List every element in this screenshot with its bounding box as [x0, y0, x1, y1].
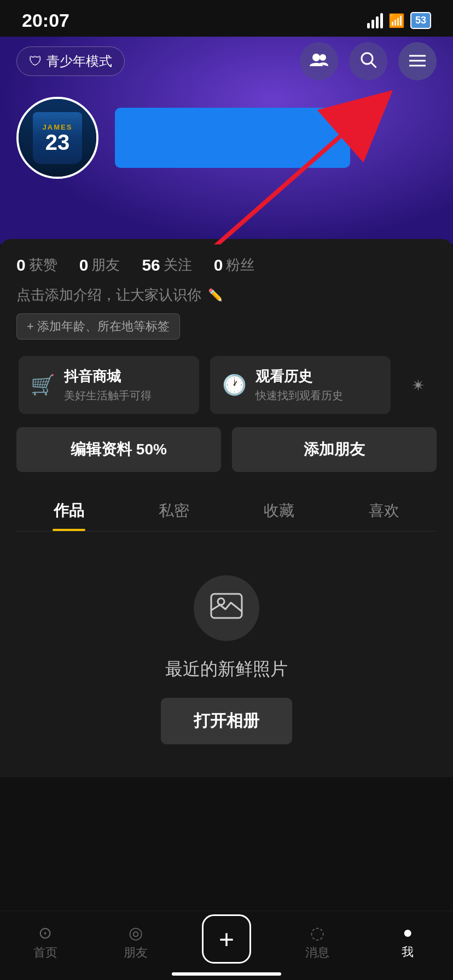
- history-texts: 观看历史 快速找到观看历史: [255, 367, 343, 403]
- stat-likes[interactable]: 0 获赞: [16, 255, 57, 275]
- nav-messages-label: 消息: [305, 944, 329, 961]
- empty-state: 最近的新鲜照片 打开相册: [16, 532, 437, 777]
- shop-texts: 抖音商城 美好生活触手可得: [64, 367, 152, 403]
- home-icon: ⊙: [38, 923, 52, 942]
- tab-collection[interactable]: 收藏: [226, 488, 332, 531]
- empty-icon-wrap: [194, 575, 259, 641]
- stat-following[interactable]: 56 关注: [142, 255, 191, 275]
- stat-fans[interactable]: 0 粉丝: [214, 255, 255, 275]
- stats-row: 0 获赞 0 朋友 56 关注 0 粉丝: [16, 255, 437, 275]
- tab-works-label: 作品: [54, 502, 84, 519]
- nav-home[interactable]: ⊙ 首页: [0, 923, 91, 961]
- tabs-row: 作品 私密 收藏 喜欢: [16, 488, 437, 532]
- status-time: 20:07: [22, 10, 69, 31]
- bottom-nav: ⊙ 首页 ◎ 朋友 + ◌ 消息 ● 我: [0, 911, 453, 980]
- avatar[interactable]: JAMES 23: [16, 97, 98, 179]
- likes-label: 获赞: [29, 255, 57, 275]
- tab-likes-label: 喜欢: [369, 502, 399, 519]
- more-action[interactable]: ✴: [402, 356, 434, 414]
- friends-button[interactable]: [300, 42, 338, 80]
- username-block: [115, 108, 437, 168]
- nav-messages[interactable]: ◌ 消息: [272, 923, 363, 961]
- shop-title: 抖音商城: [64, 367, 152, 386]
- history-action[interactable]: 🕐 观看历史 快速找到观看历史: [210, 356, 391, 414]
- top-nav-icons: [300, 42, 437, 80]
- nav-friends-label: 朋友: [124, 944, 148, 961]
- youth-mode-icon: 🛡: [29, 54, 42, 69]
- following-label: 关注: [164, 255, 192, 275]
- home-indicator: [172, 972, 281, 976]
- shop-action[interactable]: 🛒 抖音商城 美好生活触手可得: [19, 356, 199, 414]
- history-icon: 🕐: [222, 374, 247, 396]
- likes-count: 0: [16, 256, 26, 275]
- friends-icon: [310, 52, 328, 71]
- tab-likes[interactable]: 喜欢: [332, 488, 437, 531]
- tab-private[interactable]: 私密: [121, 488, 226, 531]
- status-bar: 20:07 📶 53: [0, 0, 453, 37]
- wifi-icon: 📶: [388, 13, 405, 28]
- youth-mode-button[interactable]: 🛡 青少年模式: [16, 46, 125, 76]
- friends-count: 0: [79, 256, 89, 275]
- youth-mode-label: 青少年模式: [47, 52, 112, 70]
- tab-private-label: 私密: [159, 502, 189, 519]
- nav-me[interactable]: ● 我: [362, 923, 453, 960]
- photo-icon: [210, 590, 243, 627]
- nav-home-label: 首页: [33, 944, 57, 961]
- add-tag-button[interactable]: + 添加年龄、所在地等标签: [16, 313, 180, 340]
- svg-line-3: [371, 63, 376, 67]
- fans-label: 粉丝: [226, 255, 254, 275]
- nav-friends[interactable]: ◎ 朋友: [91, 923, 182, 961]
- hero-area: 🛡 青少年模式: [0, 37, 453, 244]
- create-button[interactable]: +: [202, 914, 251, 964]
- shop-subtitle: 美好生活触手可得: [64, 388, 152, 403]
- history-subtitle: 快速找到观看历史: [255, 388, 343, 403]
- nav-me-label: 我: [402, 944, 414, 960]
- buttons-row: 编辑资料 50% 添加朋友: [16, 427, 437, 472]
- nav-friends-icon: ◎: [129, 923, 143, 942]
- svg-point-0: [312, 54, 320, 61]
- tags-row: + 添加年龄、所在地等标签: [16, 313, 437, 340]
- sparkle-icon: ✴: [411, 376, 425, 395]
- search-icon: [360, 51, 376, 72]
- friends-label: 朋友: [91, 255, 120, 275]
- quick-actions: 🛒 抖音商城 美好生活触手可得 🕐 观看历史 快速找到观看历史 ✴: [16, 356, 437, 414]
- hamburger-icon: [409, 52, 426, 71]
- battery-icon: 53: [410, 12, 431, 29]
- search-button[interactable]: [349, 42, 387, 80]
- bio-placeholder: 点击添加介绍，让大家认识你: [16, 285, 201, 305]
- username-rect: [115, 108, 350, 168]
- profile-row: JAMES 23: [0, 91, 453, 195]
- plus-icon: +: [219, 924, 234, 954]
- signal-icon: [367, 13, 383, 28]
- menu-button[interactable]: [398, 42, 437, 80]
- stat-friends[interactable]: 0 朋友: [79, 255, 120, 275]
- stats-section: 0 获赞 0 朋友 56 关注 0 粉丝 点击添加介绍，让大家认识你 ✏️ + …: [0, 239, 453, 777]
- shop-icon: 🛒: [31, 374, 55, 396]
- empty-title: 最近的新鲜照片: [165, 657, 288, 681]
- history-title: 观看历史: [255, 367, 343, 386]
- svg-point-10: [218, 598, 224, 605]
- nav-create[interactable]: +: [181, 920, 272, 964]
- tab-collection-label: 收藏: [264, 502, 294, 519]
- status-icons: 📶 53: [367, 12, 431, 29]
- svg-rect-9: [211, 594, 242, 618]
- me-icon: ●: [403, 923, 413, 942]
- fans-count: 0: [214, 256, 223, 275]
- messages-icon: ◌: [310, 923, 324, 942]
- edit-icon: ✏️: [208, 288, 223, 302]
- edit-profile-button[interactable]: 编辑资料 50%: [16, 427, 221, 472]
- tab-works[interactable]: 作品: [16, 488, 121, 531]
- following-count: 56: [142, 256, 160, 275]
- svg-point-1: [320, 54, 326, 61]
- bio-row[interactable]: 点击添加介绍，让大家认识你 ✏️: [16, 285, 437, 305]
- open-album-button[interactable]: 打开相册: [161, 698, 292, 744]
- top-nav: 🛡 青少年模式: [0, 37, 453, 91]
- add-friend-button[interactable]: 添加朋友: [232, 427, 437, 472]
